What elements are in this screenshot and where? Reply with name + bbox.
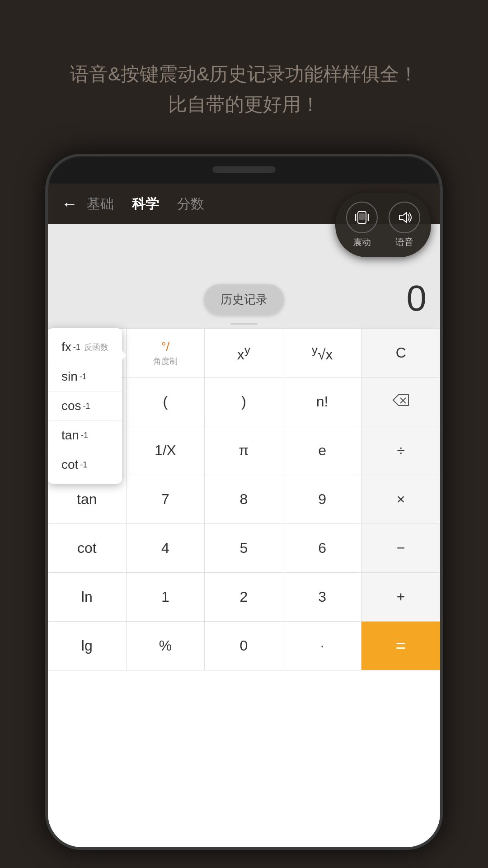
key-add[interactable]: + [361,573,440,622]
key-divide[interactable]: ÷ [361,426,440,475]
key-2[interactable]: 2 [205,573,283,622]
key-equals[interactable]: = [361,622,440,670]
promo-line1: 语音&按键震动&历史记录功能样样俱全！ [27,59,461,89]
key-rparen[interactable]: ) [205,377,283,426]
key-yroot[interactable]: y√x [283,329,362,377]
float-buttons: 震动 语音 [335,193,431,257]
svg-marker-4 [399,212,407,222]
back-button[interactable]: ← [61,194,78,213]
key-factorial[interactable]: n! [283,377,362,426]
key-5[interactable]: 5 [205,524,283,573]
key-dot[interactable]: · [283,622,362,670]
svg-rect-1 [359,213,365,220]
trig-sin-inverse[interactable]: sin-1 [48,362,122,392]
key-pi[interactable]: π [205,426,283,475]
display-value: 0 [407,278,427,319]
sound-icon [389,202,420,233]
trig-cot-inverse[interactable]: cot-1 [48,450,122,479]
phone-side-btn-right [440,247,443,283]
key-lg[interactable]: lg [48,622,127,670]
key-1[interactable]: 1 [127,573,205,622]
key-multiply[interactable]: × [361,475,440,524]
vibrate-button[interactable]: 震动 [346,202,378,248]
key-xpowy[interactable]: xy [205,329,283,377]
sound-label: 语音 [395,236,413,248]
tab-fraction[interactable]: 分数 [177,195,204,213]
key-3[interactable]: 3 [283,573,362,622]
key-percent[interactable]: % [127,622,205,670]
nav-bar: ← 基础 科学 分数 [48,184,440,224]
tab-basic[interactable]: 基础 [87,195,114,213]
key-6[interactable]: 6 [283,524,362,573]
vibrate-label: 震动 [353,236,371,248]
key-subtract[interactable]: − [361,524,440,573]
key-backspace[interactable] [361,377,440,426]
keyboard: fx-1 反函数 sin-1 cos-1 tan-1 cot-1 [48,328,440,670]
vibrate-icon [346,202,378,233]
key-0[interactable]: 0 [205,622,283,670]
key-ln[interactable]: ln [48,573,127,622]
history-button[interactable]: 历史记录 [204,284,284,315]
key-9[interactable]: 9 [283,475,362,524]
key-reciprocal[interactable]: 1/X [127,426,205,475]
key-cot[interactable]: cot [48,524,127,573]
promo-line2: 比自带的更好用！ [27,89,461,119]
promo-text: 语音&按键震动&历史记录功能样样俱全！ 比自带的更好用！ [0,59,488,119]
phone-speaker [212,166,276,173]
trig-popup: fx-1 反函数 sin-1 cos-1 tan-1 cot-1 [48,328,122,484]
tab-science[interactable]: 科学 [132,195,159,213]
phone-screen: ← 基础 科学 分数 [48,184,440,847]
trig-fx-inverse[interactable]: fx-1 反函数 [48,333,122,362]
key-e[interactable]: e [283,426,362,475]
phone-frame: ← 基础 科学 分数 [45,154,443,850]
trig-tan-inverse[interactable]: tan-1 [48,421,122,450]
key-clear[interactable]: C [361,329,440,377]
key-lparen[interactable]: ( [127,377,205,426]
trig-cos-inverse[interactable]: cos-1 [48,392,122,421]
key-8[interactable]: 8 [205,475,283,524]
key-angle[interactable]: °/ 角度制 [127,329,205,377]
display-separator [230,323,258,325]
sound-button[interactable]: 语音 [389,202,420,248]
key-7[interactable]: 7 [127,475,205,524]
key-4[interactable]: 4 [127,524,205,573]
phone-wrapper: ← 基础 科学 分数 [45,154,443,850]
nav-tabs: 基础 科学 分数 [87,195,204,213]
